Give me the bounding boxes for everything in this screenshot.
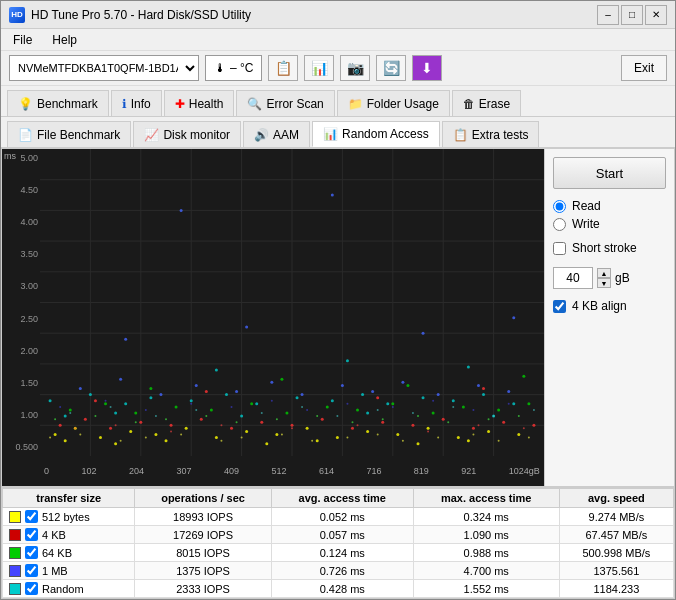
screenshot-icon-btn[interactable]: 📷 [340,55,370,81]
tab-health[interactable]: ✚ Health [164,90,235,116]
svg-point-40 [417,442,420,445]
cell-max-access-3: 4.700 ms [413,562,559,580]
cell-speed-2: 500.998 MB/s [559,544,673,562]
tab-info[interactable]: ℹ Info [111,90,162,116]
start-button[interactable]: Start [553,157,666,189]
svg-point-178 [115,424,117,426]
svg-point-168 [195,409,197,411]
tab-extra-tests[interactable]: 📋 Extra tests [442,121,540,147]
cell-max-access-1: 1.090 ms [413,526,559,544]
svg-point-103 [149,396,152,399]
x-label-921: 921 [461,466,476,476]
thermometer-icon: 🌡 [214,61,226,75]
svg-point-135 [437,437,439,439]
svg-point-127 [180,434,182,436]
write-radio-row: Write [553,217,666,231]
tab-erase[interactable]: 🗑 Erase [452,90,521,116]
chart-icon-btn[interactable]: 📊 [304,55,334,81]
close-button[interactable]: ✕ [645,5,667,25]
benchmark-icon: 💡 [18,97,33,111]
svg-point-167 [155,415,157,417]
align-checkbox[interactable] [553,300,566,313]
read-radio[interactable] [553,200,566,213]
color-indicator-2 [9,547,21,559]
short-stroke-checkbox[interactable] [553,242,566,255]
menu-file[interactable]: File [9,31,36,49]
svg-point-149 [417,415,419,417]
svg-point-61 [376,396,379,399]
tab-disk-monitor[interactable]: 📈 Disk monitor [133,121,241,147]
tab-folder-usage[interactable]: 📁 Folder Usage [337,90,450,116]
svg-point-182 [357,424,359,426]
row-checkbox-0[interactable] [25,510,38,523]
table-row: 512 bytes 18993 IOPS 0.052 ms 0.324 ms 9… [3,508,674,526]
tab-aam[interactable]: 🔊 AAM [243,121,310,147]
download-icon-btn[interactable]: ⬇ [412,55,442,81]
erase-label: Erase [479,97,510,111]
color-indicator-3 [9,565,21,577]
menu-help[interactable]: Help [48,31,81,49]
svg-point-41 [467,439,470,442]
svg-point-145 [276,418,278,420]
tab-benchmark[interactable]: 💡 Benchmark [7,90,109,116]
svg-point-96 [422,332,425,335]
exit-button[interactable]: Exit [621,55,667,81]
svg-point-87 [301,393,304,396]
svg-point-184 [477,424,479,426]
svg-point-91 [437,393,440,396]
cell-speed-3: 1375.561 [559,562,673,580]
svg-point-139 [54,418,56,420]
color-indicator-0 [9,511,21,523]
row-checkbox-3[interactable] [25,564,38,577]
short-stroke-label: Short stroke [572,241,637,255]
tab-file-benchmark[interactable]: 📄 File Benchmark [7,121,131,147]
svg-point-67 [210,408,213,411]
svg-point-39 [316,439,319,442]
svg-point-180 [220,424,222,426]
info-icon-btn[interactable]: 📋 [268,55,298,81]
svg-point-35 [64,439,67,442]
svg-point-158 [271,400,273,402]
table-row: 1 MB 1375 IOPS 0.726 ms 4.700 ms 1375.56… [3,562,674,580]
col-header-ops: operations / sec [135,489,272,508]
svg-point-136 [472,434,474,436]
svg-point-44 [109,427,112,430]
app-icon: HD [9,7,25,23]
error-scan-icon: 🔍 [247,97,262,111]
svg-point-124 [79,434,81,436]
row-checkbox-4[interactable] [25,582,38,595]
read-radio-row: Read [553,199,666,213]
svg-point-109 [361,393,364,396]
drive-select[interactable]: NVMeMTFDKBA1T0QFM-1BD1AABGB (1 [9,55,199,81]
read-label: Read [572,199,601,213]
tab-nav-row1: 💡 Benchmark ℹ Info ✚ Health 🔍 Error Scan… [1,86,675,117]
tab-nav-row2: 📄 File Benchmark 📈 Disk monitor 🔊 AAM 📊 … [1,116,675,148]
maximize-button[interactable]: □ [621,5,643,25]
tab-random-access[interactable]: 📊 Random Access [312,121,440,147]
cell-ops-0: 18993 IOPS [135,508,272,526]
write-radio[interactable] [553,218,566,231]
cell-speed-4: 1184.233 [559,580,673,598]
svg-point-32 [457,436,460,439]
svg-point-88 [341,384,344,387]
svg-point-31 [427,427,430,430]
svg-point-58 [532,424,535,427]
svg-point-165 [69,412,71,414]
cell-speed-0: 9.274 MB/s [559,508,673,526]
stroke-value-input[interactable] [553,267,593,289]
minimize-button[interactable]: – [597,5,619,25]
tab-error-scan[interactable]: 🔍 Error Scan [236,90,334,116]
svg-point-47 [200,418,203,421]
row-checkbox-2[interactable] [25,546,38,559]
stroke-input-row: ▲ ▼ gB [553,267,666,289]
stroke-down-btn[interactable]: ▼ [597,278,611,288]
svg-point-114 [512,402,515,405]
benchmark-label: Benchmark [37,97,98,111]
row-checkbox-1[interactable] [25,528,38,541]
align-row: 4 KB align [553,299,666,313]
refresh-icon-btn[interactable]: 🔄 [376,55,406,81]
svg-point-171 [336,415,338,417]
erase-icon: 🗑 [463,97,475,111]
info-label: Info [131,97,151,111]
stroke-up-btn[interactable]: ▲ [597,268,611,278]
